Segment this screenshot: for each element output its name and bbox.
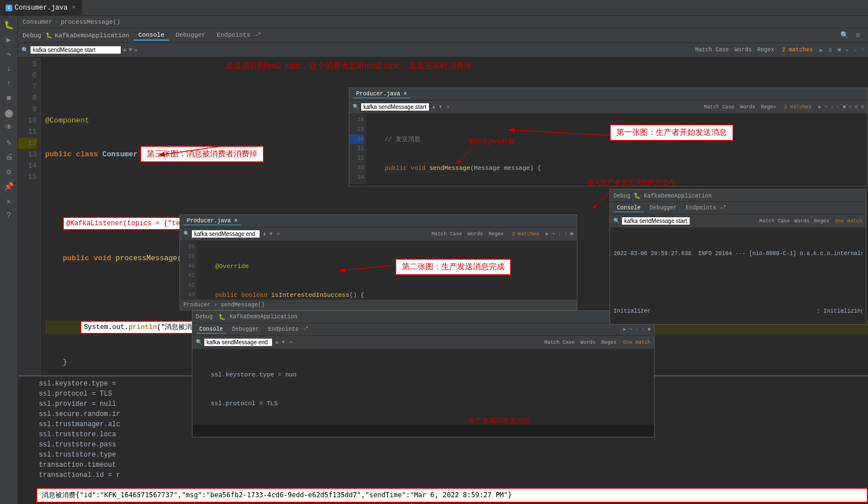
- ss1-matchcase[interactable]: Match Case: [704, 104, 734, 110]
- debug-nav-next[interactable]: ▼: [129, 47, 132, 53]
- print-icon[interactable]: 🖨: [2, 150, 16, 164]
- ss2-nav[interactable]: ▶ ↷ ↓ ↑ ■: [546, 231, 573, 237]
- ss3-regex[interactable]: Regex: [601, 340, 616, 345]
- search-icon: 🔍: [21, 47, 28, 54]
- ss2-next[interactable]: ▼: [269, 231, 272, 237]
- help-icon[interactable]: ?: [2, 209, 16, 222]
- right-line-1: 2022-03-06 20:59:27.636 INFO 20104 --- […: [613, 249, 862, 258]
- evaluate-icon[interactable]: ✎: [2, 135, 16, 149]
- line-numbers: 5 6 7 8 9 10 11 12 13 14 15: [18, 58, 41, 375]
- ss1-regex[interactable]: Regex: [761, 104, 776, 110]
- settings-icon[interactable]: ⚙: [2, 165, 16, 178]
- right-regex[interactable]: Regex: [814, 218, 829, 224]
- ss2-search-input[interactable]: [192, 230, 260, 238]
- ss3-debugger-tab[interactable]: Debugger: [229, 326, 262, 333]
- ss3-console-tab[interactable]: Console: [196, 326, 226, 334]
- ss1-nav-btns[interactable]: ▶ ↷ ↓ ↑ ■ ⊙ ⊞ ⊠: [818, 104, 864, 110]
- line-num-15: 15: [18, 172, 37, 183]
- pin-icon[interactable]: 📌: [2, 179, 16, 193]
- debug-tab-console[interactable]: Console: [134, 30, 169, 41]
- ss3-tools[interactable]: ▶ ↷ ↓ ↑ ■: [623, 326, 651, 332]
- breadcrumb-sep: ›: [55, 19, 59, 25]
- ss3-one-match: One match: [623, 340, 651, 345]
- ss1-search-input[interactable]: [361, 103, 429, 111]
- ss3-close-search[interactable]: ✕: [290, 339, 292, 345]
- debug-line-10: transactional.id = r: [23, 470, 863, 480]
- debug-nav-prev[interactable]: ▲: [123, 47, 126, 53]
- ss2-close[interactable]: ✕: [277, 231, 280, 237]
- debug-tab-debugger[interactable]: Debugger: [171, 30, 210, 41]
- right-debug-header: Debug 🐛 KafkaDemoApplication: [610, 190, 866, 202]
- ss2-tab[interactable]: Producer.java ×: [183, 217, 241, 225]
- right-match-count: One match: [835, 218, 862, 224]
- line-num-9: 9: [18, 104, 37, 115]
- ss3-endpoints-tab[interactable]: Endpoints →*: [265, 326, 312, 333]
- ss2-regex[interactable]: Regex: [489, 231, 504, 237]
- ss2-matchcase[interactable]: Match Case: [432, 231, 462, 237]
- right-search-icon: 🔍: [613, 218, 620, 224]
- right-console-tab[interactable]: Console: [613, 204, 644, 212]
- tab-close-button[interactable]: ×: [72, 5, 76, 11]
- ss2-code-38: @Override: [200, 262, 573, 271]
- ss2-words[interactable]: Words: [468, 231, 483, 237]
- screenshot2-producer: Producer.java × 🔍 ▲ ▼ ✕ Match Case Words…: [179, 214, 577, 310]
- toolbar-stop[interactable]: ■: [838, 47, 841, 53]
- ss2-line-numbers: 38394041424344: [180, 241, 197, 309]
- ss3-next[interactable]: ▼: [282, 340, 284, 345]
- right-endpoints-tab[interactable]: Endpoints →*: [682, 204, 730, 212]
- consumer-tab[interactable]: C Consumer.java ×: [0, 0, 82, 15]
- toolbar-step-out[interactable]: ↑: [861, 47, 865, 53]
- ss1-next[interactable]: ▼: [439, 104, 441, 110]
- debug-line-7: ssl.truststore.pass: [23, 440, 863, 450]
- debug-search-input[interactable]: [30, 46, 121, 54]
- debug-match-case[interactable]: Match Case: [695, 47, 729, 53]
- right-words[interactable]: Words: [794, 218, 809, 224]
- step-out-icon[interactable]: ↑: [2, 77, 16, 90]
- debug-words[interactable]: Words: [735, 47, 752, 53]
- ss1-search-bar: 🔍 ▲ ▼ ✕ Match Case Words Regex 2 matches…: [349, 100, 867, 114]
- ss3-line-2: ssl.protocol = TLS: [196, 399, 651, 409]
- ss1-tab[interactable]: Producer.java ×: [353, 90, 410, 98]
- ss3-words[interactable]: Words: [580, 340, 595, 345]
- debug-search-btn[interactable]: 🔍: [839, 30, 850, 41]
- right-line-3: Initializer : Initializing Spring Dispat…: [613, 306, 862, 316]
- ss1-close[interactable]: ✕: [446, 104, 449, 110]
- ss2-code-39: public boolean isInterestedInSuccess() {: [200, 291, 573, 300]
- tab-label: Consumer.java: [15, 4, 68, 12]
- toolbar-pause[interactable]: ⏸: [827, 47, 833, 54]
- ss3-prev[interactable]: ▲: [275, 340, 278, 345]
- run-icon[interactable]: ▶: [2, 33, 16, 46]
- debug-regex[interactable]: Regex: [757, 47, 774, 53]
- breadcrumb-part1: Consumer: [23, 19, 52, 25]
- debug-filter-btn[interactable]: ⚙: [852, 30, 863, 41]
- watch-icon[interactable]: 👁: [2, 121, 16, 134]
- ss1-code: // 发送消息 public void sendMessage(Message …: [366, 114, 867, 185]
- right-debug-panel: Debug 🐛 KafkaDemoApplication Console Deb…: [610, 189, 866, 325]
- ss3-debug-icon: 🐛: [218, 314, 225, 321]
- ss1-prev[interactable]: ▲: [432, 104, 435, 110]
- debug-label: Debug: [23, 32, 41, 39]
- ss3-search-icon: 🔍: [196, 339, 202, 345]
- right-search-input[interactable]: [622, 217, 690, 225]
- ss3-search-input[interactable]: [204, 339, 272, 346]
- debug-tab-endpoints[interactable]: Endpoints →*: [212, 30, 266, 41]
- right-debugger-tab[interactable]: Debugger: [646, 204, 680, 212]
- step-over-icon[interactable]: ↷: [2, 47, 16, 61]
- line-num-5: 5: [18, 59, 37, 70]
- right-matchcase[interactable]: Match Case: [759, 218, 790, 224]
- debug-toolbar: Debug 🐛 KafkaDemoApplication Console Deb…: [18, 28, 868, 43]
- toolbar-step-into[interactable]: ↓: [853, 47, 857, 53]
- debug-app-label: KafkaDemoApplication: [55, 32, 129, 39]
- ss1-words[interactable]: Words: [740, 104, 755, 110]
- toolbar-step-over[interactable]: ↷: [845, 47, 849, 54]
- debug-matches-count: 2 matches: [782, 47, 813, 53]
- step-into-icon[interactable]: ↓: [2, 62, 16, 76]
- breakpoint-icon[interactable]: ⬤: [2, 106, 16, 120]
- stop-icon[interactable]: ■: [2, 91, 16, 105]
- ss2-prev[interactable]: ▲: [263, 231, 266, 237]
- debug-icon[interactable]: 🐛: [2, 18, 16, 32]
- debug-close-search[interactable]: ✕: [134, 47, 138, 54]
- toolbar-run[interactable]: ▶: [819, 47, 823, 54]
- ss3-matchcase[interactable]: Match Case: [544, 340, 575, 345]
- close-panel-icon[interactable]: ✕: [2, 194, 16, 208]
